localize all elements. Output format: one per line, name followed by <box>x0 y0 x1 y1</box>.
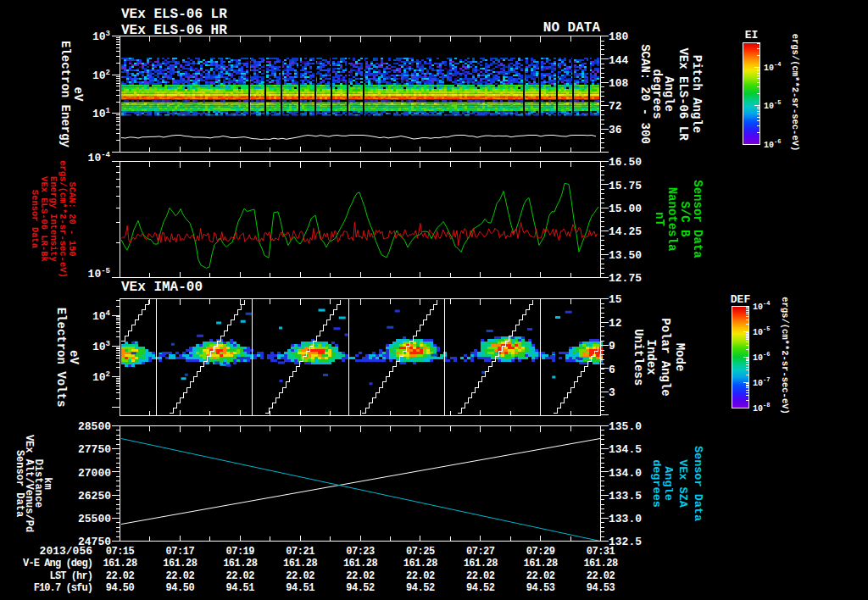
svg-text:22.02: 22.02 <box>587 570 615 582</box>
svg-text:2013/056: 2013/056 <box>40 545 93 558</box>
svg-text:28500: 28500 <box>78 420 111 433</box>
svg-text:EI: EI <box>745 29 759 42</box>
svg-text:94.52: 94.52 <box>406 582 435 594</box>
svg-text:22.02: 22.02 <box>225 570 254 582</box>
svg-text:ergs/(cm**2-sr-sec-eV): ergs/(cm**2-sr-sec-eV) <box>780 297 790 414</box>
svg-text:V-E Ang (deg): V-E Ang (deg) <box>23 558 92 569</box>
svg-text:VEx ELS-06 LR: VEx ELS-06 LR <box>121 7 227 22</box>
svg-text:07:27: 07:27 <box>466 546 495 558</box>
svg-text:161.28: 161.28 <box>524 558 559 569</box>
svg-text:94.52: 94.52 <box>466 582 495 594</box>
svg-text:94.51: 94.51 <box>225 582 254 594</box>
svg-text:Sensor Data: Sensor Data <box>691 180 704 258</box>
svg-text:134.5: 134.5 <box>609 443 642 456</box>
svg-text:6: 6 <box>609 364 615 376</box>
svg-text:ergs/(cm**2-sr-sec-eV): ergs/(cm**2-sr-sec-eV) <box>790 34 800 152</box>
svg-text:15.00: 15.00 <box>609 203 642 215</box>
svg-text:SCAN: 20 - 150: SCAN: 20 - 150 <box>67 181 77 256</box>
svg-text:Electron Energy: Electron Energy <box>58 41 72 148</box>
svg-text:VEx ELS-06 LR: VEx ELS-06 LR <box>676 47 690 141</box>
svg-text:Sensor Data: Sensor Data <box>692 446 704 521</box>
svg-text:161.28: 161.28 <box>163 558 198 569</box>
svg-text:161.28: 161.28 <box>223 558 258 569</box>
svg-text:degrees: degrees <box>650 459 663 508</box>
svg-text:VEx IMA-00: VEx IMA-00 <box>121 280 203 295</box>
svg-text:12.75: 12.75 <box>609 272 642 285</box>
svg-text:9: 9 <box>609 340 615 353</box>
svg-text:161.28: 161.28 <box>583 558 618 569</box>
svg-text:Electron Volts: Electron Volts <box>54 308 68 408</box>
svg-text:133.5: 133.5 <box>609 490 642 503</box>
svg-text:94.51: 94.51 <box>286 582 314 594</box>
svg-text:22.02: 22.02 <box>406 570 435 582</box>
svg-text:94.53: 94.53 <box>587 582 615 594</box>
svg-text:161.28: 161.28 <box>464 558 498 569</box>
svg-text:DEF: DEF <box>731 293 751 306</box>
svg-text:Index: Index <box>644 339 658 375</box>
svg-text:22.02: 22.02 <box>166 570 195 582</box>
svg-text:94.50: 94.50 <box>166 582 195 594</box>
svg-text:Energy Intensity: Energy Intensity <box>48 176 58 263</box>
svg-text:36: 36 <box>609 124 622 136</box>
svg-text:Mode: Mode <box>673 343 687 372</box>
svg-text:15: 15 <box>609 293 622 306</box>
svg-text:94.50: 94.50 <box>106 582 135 594</box>
svg-text:94.52: 94.52 <box>346 582 375 594</box>
svg-text:Sensor Data: Sensor Data <box>30 190 40 249</box>
svg-text:VEx SZA: VEx SZA <box>676 459 689 508</box>
svg-text:27750: 27750 <box>78 443 111 456</box>
svg-text:12: 12 <box>609 317 622 330</box>
svg-text:22.02: 22.02 <box>286 570 314 582</box>
svg-text:22.02: 22.02 <box>526 570 555 582</box>
svg-text:07:21: 07:21 <box>286 546 314 558</box>
svg-text:108: 108 <box>609 77 629 90</box>
svg-text:nT: nT <box>653 212 666 226</box>
svg-text:133.0: 133.0 <box>609 513 642 525</box>
svg-text:Angle: Angle <box>662 466 675 501</box>
svg-text:161.28: 161.28 <box>403 558 438 569</box>
svg-text:S/C B: S/C B <box>678 201 692 237</box>
svg-text:07:19: 07:19 <box>225 546 254 558</box>
svg-text:VEx ELS-06 HR: VEx ELS-06 HR <box>121 23 227 38</box>
svg-text:LST (hr): LST (hr) <box>50 570 92 582</box>
svg-text:F10.7 (sfu): F10.7 (sfu) <box>34 582 92 594</box>
svg-text:ergs/(cm**2-sr-sec-eV): ergs/(cm**2-sr-sec-eV) <box>58 160 68 278</box>
svg-text:22.02: 22.02 <box>466 570 495 582</box>
svg-text:72: 72 <box>609 100 622 113</box>
svg-text:07:15: 07:15 <box>106 546 135 558</box>
svg-text:Polar Angle: Polar Angle <box>659 318 672 396</box>
svg-text:3: 3 <box>609 386 615 399</box>
svg-text:144: 144 <box>609 54 629 67</box>
svg-text:161.28: 161.28 <box>103 558 137 569</box>
svg-text:07:25: 07:25 <box>406 546 435 558</box>
svg-text:07:17: 07:17 <box>166 546 195 558</box>
svg-text:VEx ELS-06 LR-Bk: VEx ELS-06 LR-Bk <box>39 176 49 262</box>
svg-text:26250: 26250 <box>78 490 111 503</box>
svg-text:180: 180 <box>609 31 629 43</box>
svg-text:NO DATA: NO DATA <box>543 20 601 36</box>
svg-text:eV: eV <box>67 350 81 364</box>
svg-text:135.0: 135.0 <box>609 420 642 433</box>
svg-text:16.50: 16.50 <box>609 156 642 169</box>
svg-text:SCAN: 20 - 300: SCAN: 20 - 300 <box>638 44 652 144</box>
svg-text:15.75: 15.75 <box>609 180 642 192</box>
svg-text:27000: 27000 <box>78 467 111 480</box>
svg-text:22.02: 22.02 <box>106 570 135 582</box>
svg-text:07:23: 07:23 <box>346 546 375 558</box>
svg-text:07:31: 07:31 <box>587 546 615 558</box>
svg-text:Unitless: Unitless <box>632 329 645 386</box>
svg-text:161.28: 161.28 <box>283 558 318 569</box>
svg-text:07:29: 07:29 <box>526 546 555 558</box>
svg-text:134.0: 134.0 <box>609 467 642 480</box>
svg-text:Pitch Angle: Pitch Angle <box>690 55 704 133</box>
svg-text:22.02: 22.02 <box>346 570 375 582</box>
svg-text:14.25: 14.25 <box>609 225 642 238</box>
svg-text:94.53: 94.53 <box>526 582 555 594</box>
svg-text:Nanotesla: Nanotesla <box>665 187 679 252</box>
svg-text:km: km <box>42 477 53 489</box>
svg-text:25500: 25500 <box>78 513 111 525</box>
svg-text:13.50: 13.50 <box>609 249 642 262</box>
svg-text:eV: eV <box>71 87 85 102</box>
svg-text:161.28: 161.28 <box>343 558 378 569</box>
